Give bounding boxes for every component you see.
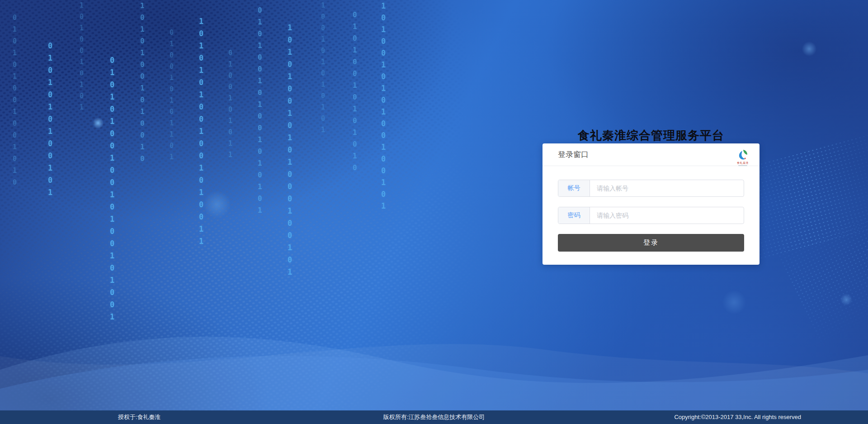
account-input[interactable]: [590, 180, 744, 196]
footer-bar: 授权于:食礼秦淮 版权所有:江苏叁拾叁信息技术有限公司 Copyright:©2…: [0, 410, 868, 424]
brand-logo-caption: 食礼秦淮: [737, 162, 749, 164]
account-field-group: 帐号: [558, 180, 744, 197]
password-input[interactable]: [590, 207, 744, 224]
password-field-group: 密码: [558, 207, 744, 224]
bokeh-glow-dot: [203, 191, 231, 218]
login-form: 帐号 密码 登录: [542, 166, 760, 252]
brand-logo: 食礼秦淮: [737, 149, 749, 166]
brand-logo-icon: [737, 149, 748, 161]
password-label: 密码: [558, 207, 590, 224]
login-card: 登录窗口 食礼秦淮 帐号 密码 登录: [542, 143, 760, 265]
footer-copyright-text: Copyright:©2013-2017 33,Inc. All rights …: [674, 410, 801, 424]
bokeh-glow-dot: [93, 118, 104, 129]
login-button[interactable]: 登录: [558, 234, 744, 252]
bokeh-glow-dot: [802, 42, 816, 56]
brand-logo-subline: [738, 165, 747, 166]
login-card-header: 登录窗口 食礼秦淮: [542, 143, 760, 166]
bottom-wave-decoration: [0, 302, 868, 410]
login-window-title: 登录窗口: [558, 149, 589, 160]
account-label: 帐号: [558, 180, 590, 196]
platform-title: 食礼秦淮综合管理服务平台: [542, 128, 760, 143]
